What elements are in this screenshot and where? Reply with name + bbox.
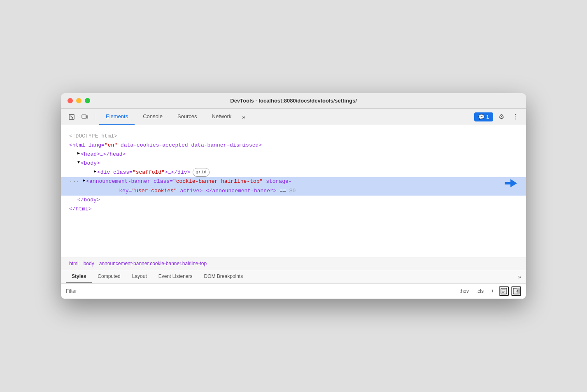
dom-panel: <!DOCTYPE html> <html lang="en" data-coo…: [61, 125, 526, 257]
html-tag[interactable]: <html: [69, 141, 85, 150]
head-triangle[interactable]: ▶: [77, 150, 80, 157]
notification-count: 1: [486, 114, 489, 120]
grid-badge[interactable]: grid: [193, 168, 209, 177]
html-close-line: </html>: [69, 205, 518, 214]
html-open-line: <html lang="en" data-cookies-accepted da…: [69, 141, 518, 150]
toggle-sidebar-button[interactable]: [511, 286, 521, 296]
body-line: ▼ <body>: [69, 159, 518, 168]
scaffold-line: ▶ <div class="scaffold">…</div> grid: [69, 168, 518, 177]
maximize-button[interactable]: [85, 98, 90, 103]
traffic-lights: [68, 98, 90, 103]
toolbar-right: 💬 1 ⚙ ⋮: [474, 111, 521, 123]
body-close-tag: </body>: [77, 196, 100, 205]
banner-close: >…</announcement-banner>: [199, 188, 276, 194]
head-tag[interactable]: <head>…</head>: [81, 150, 126, 159]
cursor-tool-button[interactable]: [66, 111, 77, 123]
banner-attr-key: key=: [86, 188, 132, 194]
tab-console[interactable]: Console: [136, 109, 169, 125]
styles-panel: Styles Computed Layout Event Listeners D…: [61, 270, 526, 299]
body-triangle[interactable]: ▼: [77, 159, 80, 166]
breadcrumb-html[interactable]: html: [68, 260, 80, 267]
banner-attr-class: class=: [154, 178, 173, 184]
scaffold-tag[interactable]: <div class=: [97, 168, 133, 177]
cursor-icon: [68, 114, 75, 120]
svg-rect-3: [86, 116, 88, 118]
banner-tag-open: <announcement-banner: [86, 178, 150, 184]
tab-styles[interactable]: Styles: [66, 270, 92, 283]
tab-dom-breakpoints[interactable]: DOM Breakpoints: [198, 270, 249, 283]
banner-class-val: "cookie-banner hairline-top": [173, 178, 263, 184]
device-toggle-button[interactable]: [79, 111, 91, 123]
html-attr-lang-val: "en": [105, 141, 117, 150]
breadcrumb-banner[interactable]: announcement-banner.cookie-banner.hairli…: [98, 260, 209, 267]
body-tag[interactable]: <body>: [81, 159, 100, 168]
html-gt: >: [259, 141, 262, 150]
chat-icon: 💬: [478, 114, 485, 120]
scaffold-triangle[interactable]: ▶: [94, 168, 96, 175]
settings-button[interactable]: ⚙: [496, 111, 507, 123]
more-menu-button[interactable]: ⋮: [510, 111, 521, 123]
styles-more-button[interactable]: »: [518, 273, 521, 280]
equals-sign: ==: [280, 188, 289, 194]
sidebar-toggle-icon: [512, 287, 520, 295]
arrow-container: [501, 177, 518, 189]
head-line: ▶ <head>…</head>: [69, 150, 518, 159]
filter-input[interactable]: [66, 288, 454, 294]
plus-icon: +: [491, 288, 494, 294]
tab-sources[interactable]: Sources: [171, 109, 204, 125]
html-attr-lang: lang=: [85, 141, 105, 150]
scaffold-class-val: "scaffold": [133, 168, 165, 177]
close-button[interactable]: [68, 98, 73, 103]
plus-button[interactable]: +: [489, 287, 496, 295]
breadcrumb-bar: html body announcement-banner.cookie-ban…: [61, 257, 526, 270]
filter-actions: :hov .cls +: [457, 286, 521, 296]
banner-key-val: "user-cookies": [132, 188, 177, 194]
scaffold-close: >…</div>: [165, 168, 190, 177]
dots-indicator: ···: [69, 177, 79, 187]
more-icon: ⋮: [512, 113, 519, 121]
doctype-line: <!DOCTYPE html>: [69, 132, 518, 141]
svg-rect-2: [82, 115, 86, 118]
return-arrow-icon: [501, 177, 518, 189]
style-sidebar-icon: [500, 287, 508, 295]
filter-bar: :hov .cls +: [61, 284, 526, 299]
notification-button[interactable]: 💬 1: [474, 112, 493, 121]
gear-icon: ⚙: [498, 113, 504, 121]
toolbar: Elements Console Sources Network » 💬 1 ⚙…: [61, 109, 526, 125]
titlebar: DevTools - localhost:8080/docs/devtools/…: [61, 93, 526, 109]
dollar-zero: $0: [289, 188, 296, 194]
svg-line-1: [70, 116, 73, 118]
tab-network[interactable]: Network: [205, 109, 238, 125]
devtools-window: DevTools - localhost:8080/docs/devtools/…: [61, 93, 526, 299]
tab-layout[interactable]: Layout: [126, 270, 153, 283]
breadcrumb-body[interactable]: body: [82, 260, 96, 267]
computed-style-button[interactable]: [499, 286, 509, 296]
styles-tabs-bar: Styles Computed Layout Event Listeners D…: [61, 270, 526, 284]
window-title: DevTools - localhost:8080/docs/devtools/…: [230, 98, 357, 104]
banner-attr-active: active: [180, 188, 200, 194]
banner-attr-storage: storage-: [266, 178, 291, 184]
selected-element-line: <announcement-banner class="cookie-banne…: [86, 177, 501, 195]
hov-button[interactable]: :hov: [457, 287, 471, 295]
banner-triangle[interactable]: ▶: [83, 177, 85, 184]
doctype-text: <!DOCTYPE html>: [69, 132, 117, 141]
minimize-button[interactable]: [76, 98, 82, 103]
html-attr-cookies: data-cookies-accepted data-banner-dismis…: [117, 141, 259, 150]
selected-element-container[interactable]: ··· ▶ <announcement-banner class="cookie…: [61, 177, 526, 195]
tab-elements[interactable]: Elements: [99, 109, 135, 125]
device-icon: [82, 114, 88, 120]
html-close-tag: </html>: [69, 205, 92, 214]
toolbar-separator: [95, 113, 95, 121]
more-tabs-button[interactable]: »: [240, 114, 248, 120]
body-close-line: </body>: [69, 196, 518, 205]
tab-event-listeners[interactable]: Event Listeners: [153, 270, 198, 283]
tab-computed[interactable]: Computed: [92, 270, 126, 283]
cls-button[interactable]: .cls: [474, 287, 486, 295]
svg-marker-4: [505, 179, 517, 187]
